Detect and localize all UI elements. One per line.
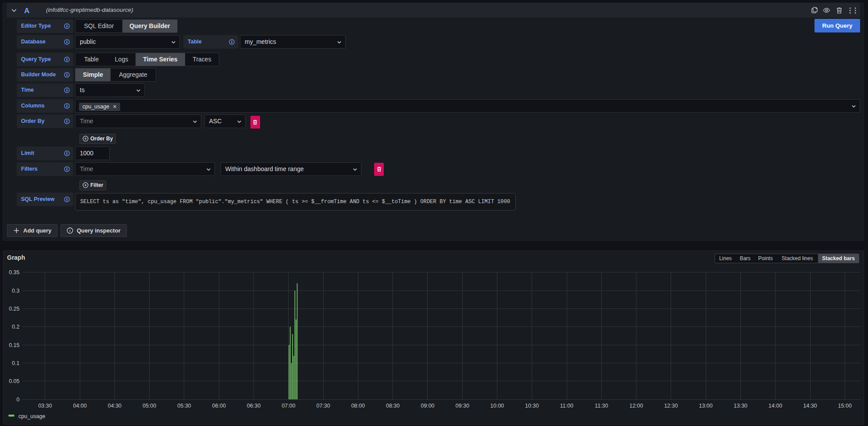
- svg-text:0.35: 0.35: [9, 269, 19, 276]
- svg-text:10:00: 10:00: [490, 403, 504, 409]
- svg-text:09:30: 09:30: [456, 403, 469, 409]
- svg-text:0.15: 0.15: [9, 342, 19, 348]
- svg-text:05:00: 05:00: [143, 403, 156, 409]
- svg-text:13:30: 13:30: [734, 403, 747, 409]
- svg-text:12:30: 12:30: [664, 403, 678, 409]
- svg-text:05:30: 05:30: [177, 403, 191, 409]
- svg-text:12:00: 12:00: [629, 403, 643, 409]
- svg-text:07:30: 07:30: [316, 403, 330, 409]
- svg-text:13:00: 13:00: [699, 403, 712, 409]
- svg-text:0.25: 0.25: [9, 306, 19, 312]
- svg-text:06:30: 06:30: [247, 403, 261, 409]
- svg-text:10:30: 10:30: [525, 403, 539, 409]
- svg-text:09:00: 09:00: [421, 403, 434, 409]
- svg-text:06:00: 06:00: [212, 403, 226, 409]
- svg-text:cpu_usage: cpu_usage: [18, 413, 45, 419]
- svg-text:0.1: 0.1: [12, 360, 19, 366]
- svg-text:08:00: 08:00: [351, 403, 365, 409]
- svg-text:11:00: 11:00: [560, 403, 573, 409]
- svg-text:07:00: 07:00: [282, 403, 295, 409]
- svg-text:04:00: 04:00: [73, 403, 86, 409]
- svg-text:04:30: 04:30: [108, 403, 121, 409]
- svg-text:15:00: 15:00: [838, 403, 852, 409]
- svg-text:0.05: 0.05: [9, 378, 19, 384]
- svg-text:08:30: 08:30: [386, 403, 400, 409]
- svg-text:14:00: 14:00: [768, 403, 782, 409]
- svg-text:0: 0: [17, 397, 20, 403]
- svg-text:0.2: 0.2: [12, 324, 19, 330]
- svg-text:03:30: 03:30: [38, 403, 52, 409]
- svg-text:14:30: 14:30: [803, 403, 817, 409]
- svg-text:11:30: 11:30: [595, 403, 608, 409]
- svg-text:0.3: 0.3: [12, 288, 19, 294]
